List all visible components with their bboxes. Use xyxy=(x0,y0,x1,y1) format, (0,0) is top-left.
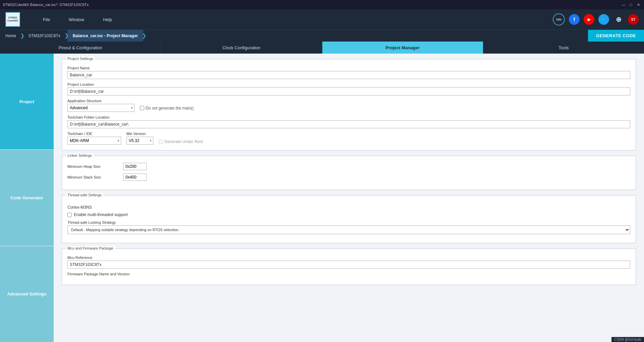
toolchain-ide-select-wrapper: MDK-ARM EWARM SW4STM32 Makefile xyxy=(67,137,121,145)
do-not-generate-row: Do not generate the main() xyxy=(140,106,194,111)
mcu-reference-input[interactable] xyxy=(67,261,630,269)
locking-strategy-select[interactable]: Default - Mapping suitable strategy depe… xyxy=(67,225,630,234)
min-version-label: Min Version xyxy=(126,132,153,136)
anniversary-badge: 10 th xyxy=(553,13,565,25)
tab-project-manager[interactable]: Project Manager xyxy=(322,42,483,54)
breadcrumb-home-text[interactable]: Home xyxy=(0,30,21,42)
menu-bar: STM32 CubeMX File Window Help 10 th f ▶ … xyxy=(0,9,644,29)
project-location-row: Project Location xyxy=(67,82,630,95)
badge-number: 10 xyxy=(556,18,559,21)
sidebar: Project Code Generator Advanced Settings xyxy=(0,54,54,342)
sidebar-item-code-generator[interactable]: Code Generator xyxy=(0,150,54,246)
toolchain-ide-select[interactable]: MDK-ARM EWARM SW4STM32 Makefile xyxy=(67,137,121,145)
generate-under-root-label: Generate Under Root xyxy=(164,139,203,144)
menu-window[interactable]: Window xyxy=(66,16,87,23)
tab-bar: Pinout & Configuration Clock Configurati… xyxy=(0,42,644,54)
enable-multi-label: Enable multi-threaded support xyxy=(74,212,128,217)
locking-strategy-row: Thread-safe Locking Strategy Default - M… xyxy=(67,220,630,234)
enable-multi-row: Enable multi-threaded support xyxy=(67,212,630,217)
menu-file[interactable]: File xyxy=(40,16,53,23)
thread-safe-settings-group: Thread-safe Settings Cortex-M3NS Enable … xyxy=(62,195,636,243)
min-heap-row: Minimum Heap Size xyxy=(67,163,630,170)
sidebar-item-project[interactable]: Project xyxy=(0,54,54,149)
logo-line2: CubeMX xyxy=(7,19,18,22)
app-structure-select-wrapper: Advanced Basic xyxy=(67,104,135,112)
generate-code-button[interactable]: GENERATE CODE xyxy=(588,30,644,42)
stm32cubemx-logo: STM32 CubeMX xyxy=(5,12,20,27)
project-name-row: Project Name xyxy=(67,66,630,79)
tab-pinout[interactable]: Pinout & Configuration xyxy=(0,42,161,54)
app-structure-select[interactable]: Advanced Basic xyxy=(67,104,135,112)
breadcrumb-arrow-1: ❯ xyxy=(20,32,24,39)
breadcrumb-chip-text[interactable]: STM32F103C8Tx xyxy=(23,30,66,42)
title-bar-left: STM32CubeMX Balance_car.ioc*: STM32F103C… xyxy=(3,3,89,7)
mcu-firmware-title: Mcu and Firmware Package xyxy=(66,246,115,250)
logo-area: STM32 CubeMX xyxy=(5,12,20,27)
project-name-input[interactable] xyxy=(67,71,630,79)
st-logo-icon[interactable]: ST xyxy=(628,14,639,25)
minimize-button[interactable]: — xyxy=(621,2,627,8)
tab-pinout-label: Pinout & Configuration xyxy=(59,45,102,50)
firmware-package-label: Firmware Package Name and Version xyxy=(67,272,630,276)
toolchain-folder-row: Toolchain Folder Location xyxy=(67,115,630,128)
firmware-package-row: Firmware Package Name and Version xyxy=(67,272,630,276)
do-not-generate-label: Do not generate the main() xyxy=(146,106,194,111)
sidebar-item-advanced-settings-label: Advanced Settings xyxy=(7,291,46,296)
generate-under-root-checkbox[interactable] xyxy=(159,140,163,144)
sidebar-item-project-label: Project xyxy=(19,99,34,104)
breadcrumb-project-text[interactable]: Balance_car.ioc - Project Manager xyxy=(67,30,144,42)
generate-under-root-row: Generate Under Root xyxy=(159,139,203,144)
menu-bar-right: 10 th f ▶ 🐦 ⊕ ST xyxy=(553,13,639,25)
breadcrumb-project[interactable]: Balance_car.ioc - Project Manager xyxy=(67,30,144,42)
mcu-firmware-content: Mcu Reference Firmware Package Name and … xyxy=(67,253,630,276)
menu-bar-left: STM32 CubeMX File Window Help xyxy=(5,12,115,27)
close-button[interactable]: ✕ xyxy=(635,2,641,8)
toolchain-ide-label: Toolchain / IDE xyxy=(67,132,121,136)
thread-safe-settings-content: Cortex-M3NS Enable multi-threaded suppor… xyxy=(67,202,630,234)
min-version-select[interactable]: V5.32 V5.27 V5.20 xyxy=(126,137,153,145)
tab-project-manager-label: Project Manager xyxy=(386,45,420,50)
maximize-button[interactable]: □ xyxy=(628,2,634,8)
project-location-input[interactable] xyxy=(67,87,630,95)
mcu-reference-label: Mcu Reference xyxy=(67,256,630,260)
youtube-icon[interactable]: ▶ xyxy=(584,14,594,25)
toolchain-folder-label: Toolchain Folder Location xyxy=(67,115,630,119)
title-bar: STM32CubeMX Balance_car.ioc*: STM32F103C… xyxy=(0,0,644,9)
title-bar-text: STM32CubeMX Balance_car.ioc*: STM32F103C… xyxy=(3,3,89,7)
linker-settings-content: Minimum Heap Size Minimum Stack Size xyxy=(67,160,630,181)
breadcrumb-arrow-3: ❯ xyxy=(142,32,146,39)
min-version-select-wrapper: V5.32 V5.27 V5.20 xyxy=(126,137,153,145)
app-structure-col: Application Structure Advanced Basic xyxy=(67,99,135,112)
main-layout: Project Code Generator Advanced Settings… xyxy=(0,54,644,342)
menu-items: File Window Help xyxy=(40,16,115,23)
toolchain-ide-row: Toolchain / IDE MDK-ARM EWARM SW4STM32 M… xyxy=(67,132,630,145)
app-structure-label: Application Structure xyxy=(67,99,135,103)
tab-clock[interactable]: Clock Configuration xyxy=(161,42,322,54)
facebook-icon[interactable]: f xyxy=(569,14,580,25)
status-bar: CSDN @Sol-itude xyxy=(611,337,644,342)
project-settings-title: Project Settings xyxy=(66,57,95,61)
toolchain-ide-col: Toolchain / IDE MDK-ARM EWARM SW4STM32 M… xyxy=(67,132,121,145)
project-name-label: Project Name xyxy=(67,66,630,70)
sidebar-item-advanced-settings[interactable]: Advanced Settings xyxy=(0,246,54,342)
min-stack-row: Minimum Stack Size xyxy=(67,174,630,181)
min-heap-input[interactable] xyxy=(123,163,147,170)
locking-strategy-label: Thread-safe Locking Strategy xyxy=(67,220,630,224)
tab-tools[interactable]: Tools xyxy=(483,42,644,54)
menu-help[interactable]: Help xyxy=(100,16,115,23)
sidebar-item-code-generator-label: Code Generator xyxy=(10,195,43,200)
breadcrumb-home[interactable]: Home xyxy=(0,30,21,42)
breadcrumb-chip[interactable]: STM32F103C8Tx xyxy=(23,30,66,42)
do-not-generate-checkbox[interactable] xyxy=(140,106,144,110)
min-heap-label: Minimum Heap Size xyxy=(67,164,118,168)
min-version-col: Min Version V5.32 V5.27 V5.20 xyxy=(126,132,153,145)
network-icon[interactable]: ⊕ xyxy=(613,14,624,25)
app-structure-row: Application Structure Advanced Basic Do … xyxy=(67,99,630,112)
project-settings-group: Project Settings Project Name Project Lo… xyxy=(62,59,636,150)
toolchain-folder-input[interactable] xyxy=(67,120,630,128)
min-stack-input[interactable] xyxy=(123,174,147,181)
thread-safe-settings-title: Thread-safe Settings xyxy=(66,193,103,197)
twitter-icon[interactable]: 🐦 xyxy=(598,14,609,25)
title-bar-controls[interactable]: — □ ✕ xyxy=(621,2,641,8)
enable-multi-checkbox[interactable] xyxy=(67,213,72,217)
